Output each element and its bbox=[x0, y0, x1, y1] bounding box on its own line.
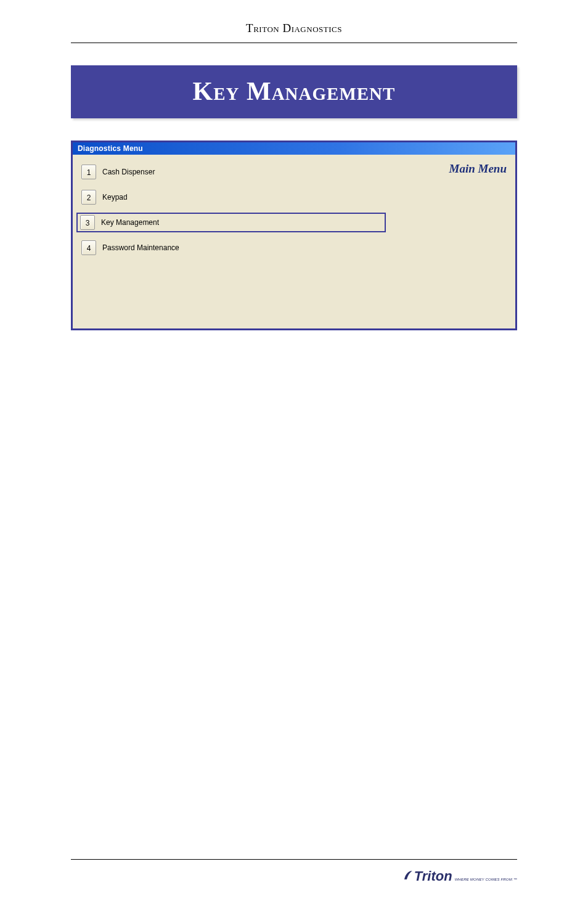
logo-tagline: WHERE MONEY COMES FROM.™ bbox=[455, 878, 517, 881]
section-header: Triton Diagnostics bbox=[71, 22, 517, 43]
menu-label: Password Maintenance bbox=[102, 243, 179, 252]
window-titlebar: Diagnostics Menu bbox=[73, 142, 515, 155]
brand-logo: Triton WHERE MONEY COMES FROM.™ bbox=[403, 868, 517, 884]
window-body: Main Menu 1 Cash Dispenser 2 Keypad 3 Ke… bbox=[73, 155, 515, 328]
logo-swoosh-icon bbox=[403, 870, 413, 881]
menu-item-key-management[interactable]: 3 Key Management bbox=[76, 213, 386, 232]
menu-item-password-maintenance[interactable]: 4 Password Maintenance bbox=[78, 238, 386, 258]
menu-label: Cash Dispenser bbox=[102, 168, 155, 176]
menu-label: Key Management bbox=[101, 218, 159, 227]
diagnostics-window: Diagnostics Menu Main Menu 1 Cash Dispen… bbox=[71, 141, 517, 330]
menu-label: Keypad bbox=[102, 193, 128, 202]
page-title-banner: Key Management bbox=[71, 65, 517, 118]
menu-item-cash-dispenser[interactable]: 1 Cash Dispenser bbox=[78, 162, 386, 182]
menu-num-3[interactable]: 3 bbox=[80, 215, 95, 230]
footer: Triton WHERE MONEY COMES FROM.™ bbox=[71, 859, 517, 884]
logo-text: Triton bbox=[414, 868, 452, 884]
menu-num-4[interactable]: 4 bbox=[81, 240, 96, 255]
main-menu-label: Main Menu bbox=[449, 162, 507, 176]
menu-item-keypad[interactable]: 2 Keypad bbox=[78, 187, 386, 207]
page-title: Key Management bbox=[193, 77, 396, 105]
menu-num-1[interactable]: 1 bbox=[81, 165, 96, 179]
menu-num-2[interactable]: 2 bbox=[81, 190, 96, 205]
menu-list: 1 Cash Dispenser 2 Keypad 3 Key Manageme… bbox=[78, 162, 386, 263]
